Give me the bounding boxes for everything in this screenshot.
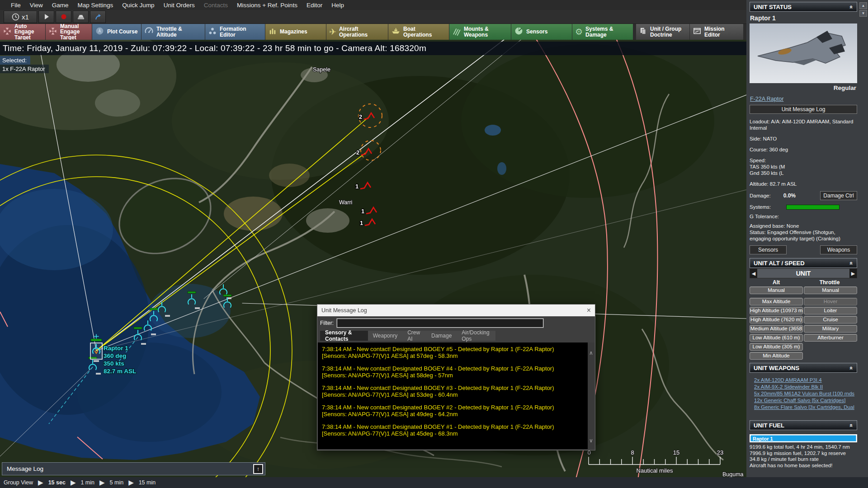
high-altitude-7620-button[interactable]: High Altitude (7620 m): [750, 316, 803, 324]
medium-altitude-button[interactable]: Medium Altitude (3658: [750, 325, 803, 333]
tab-crew-ai[interactable]: Crew AI: [402, 331, 426, 341]
formation-editor-button[interactable]: FormationEditor: [205, 24, 265, 40]
weapon-link-sidewinder[interactable]: 2x AIM-9X-2 Sidewinder Blk II: [754, 384, 857, 390]
menu-help[interactable]: Help: [327, 2, 349, 9]
menu-contacts: Contacts: [199, 2, 232, 9]
throttle-hover-button: Hover: [804, 298, 857, 305]
map-viewport[interactable]: 2 2 1 1 1: [0, 40, 746, 477]
mounts-weapons-button[interactable]: Mounts &Weapons: [449, 24, 511, 40]
menu-file[interactable]: File: [6, 2, 25, 9]
unit-group-doctrine-button[interactable]: Unit / GroupDoctrine: [636, 24, 689, 40]
min-altitude-button[interactable]: Min Altitude: [750, 352, 803, 360]
weapon-link-amraam[interactable]: 2x AIM-120D AMRAAM P3I.4: [754, 377, 857, 384]
throttle-loiter-button[interactable]: Loiter: [804, 307, 857, 314]
sensors-button-toolbar[interactable]: Sensors: [511, 24, 572, 40]
svg-text:1: 1: [355, 183, 359, 190]
tab-weaponry[interactable]: Weaponry: [368, 331, 402, 341]
collapse-chevron-icon[interactable]: «: [848, 423, 855, 427]
message-log-label: Message Log: [7, 465, 43, 472]
nav-left-icon[interactable]: ◀: [750, 269, 757, 278]
svg-text:360 deg: 360 deg: [104, 352, 126, 359]
menu-view[interactable]: View: [25, 2, 47, 9]
log-message: 7:38:14 AM - New contact! Designated BOG…: [322, 346, 584, 359]
nav-right-icon[interactable]: ▶: [849, 269, 857, 278]
damage-ctrl-button[interactable]: Damage Ctrl: [820, 191, 857, 200]
plot-course-icon: [95, 26, 104, 38]
tab-sensory-contacts[interactable]: Sensory & Contacts: [320, 331, 368, 341]
unit-status-header[interactable]: UNIT STATUS «: [750, 2, 857, 12]
weapon-links: 2x AIM-120D AMRAAM P3I.4 2x AIM-9X-2 Sid…: [750, 377, 857, 411]
time-speed-label: x1: [22, 13, 29, 21]
unit-fuel-header[interactable]: UNIT FUEL «: [750, 420, 857, 430]
throttle-cruise-button[interactable]: Cruise: [804, 316, 857, 324]
speed-text: Speed: TAS 350 kts (M Gnd 350 kts (L: [750, 157, 857, 176]
low-altitude-610-button[interactable]: Low Altitude (610 m): [750, 334, 803, 342]
low-altitude-305-button[interactable]: Low Altitude (305 m): [750, 343, 803, 351]
throttle-military-button[interactable]: Military: [804, 325, 857, 333]
loadout-text: Loadout: A/A: AIM-120D AMRAAM, Standard …: [750, 118, 857, 131]
sidebar-scroll-down-icon[interactable]: ▼: [859, 10, 867, 17]
alt-manual-button[interactable]: Manual: [750, 286, 803, 294]
speed-5-min[interactable]: 5 min: [110, 479, 124, 486]
throttle-afterburner-button[interactable]: Afterburner: [804, 334, 857, 342]
menu-editor[interactable]: Editor: [302, 2, 327, 9]
menu-missions-ref-points[interactable]: Missions + Ref. Points: [232, 2, 302, 9]
weapons-button[interactable]: Weapons: [820, 245, 857, 254]
jump-to-location-button[interactable]: [90, 11, 106, 23]
unit-type-link[interactable]: F-22A Raptor: [750, 96, 783, 102]
expand-message-log-button[interactable]: ↑: [253, 464, 263, 474]
unit-alt-speed-header[interactable]: UNIT ALT / SPEED «: [750, 258, 857, 268]
unit-weapons-header[interactable]: UNIT WEAPONS «: [750, 363, 857, 373]
throttle-manual-button[interactable]: Manual: [804, 286, 857, 294]
close-icon[interactable]: ×: [587, 307, 591, 314]
record-button[interactable]: [56, 11, 71, 23]
group-view-label[interactable]: Group View: [4, 479, 33, 486]
fuel-unit-selected-row[interactable]: Raptor 1: [750, 435, 856, 441]
message-list[interactable]: 7:38:14 AM - New contact! Designated BOG…: [318, 343, 588, 449]
menu-quick-jump[interactable]: Quick Jump: [118, 2, 159, 9]
plot-course-button[interactable]: Plot Course: [92, 24, 141, 40]
scroll-down-icon[interactable]: ∨: [588, 437, 594, 444]
speed-1-min[interactable]: 1 min: [80, 479, 94, 486]
play-button[interactable]: [38, 11, 54, 23]
collapse-chevron-icon[interactable]: «: [848, 261, 855, 264]
menu-map-settings[interactable]: Map Settings: [73, 2, 118, 9]
weapon-link-chaff[interactable]: 12x Generic Chaff Salvo [5x Cartridges]: [754, 397, 857, 404]
selected-unit-label: 1x F-22A Raptor: [0, 65, 49, 73]
menu-bar: File View Game Map Settings Quick Jump U…: [0, 0, 746, 10]
systems-damage-button[interactable]: ⚙ Systems &Damage: [572, 24, 633, 40]
aircraft-operations-button[interactable]: ✈ AircraftOperations: [326, 24, 388, 40]
dialog-title-bar[interactable]: Unit Message Log ×: [317, 305, 595, 316]
manual-engage-target-button[interactable]: ManualEngage Target: [46, 24, 92, 40]
speed-15-sec[interactable]: 15 sec: [48, 479, 66, 486]
docked-message-log-bar[interactable]: Message Log ↑: [2, 462, 265, 475]
collapse-chevron-icon[interactable]: «: [848, 5, 855, 8]
menu-unit-orders[interactable]: Unit Orders: [159, 2, 199, 9]
throttle-altitude-button[interactable]: Throttle &Altitude: [142, 24, 205, 40]
tab-damage[interactable]: Damage: [426, 331, 457, 341]
scroll-up-icon[interactable]: ∧: [588, 350, 594, 356]
missiles-icon: [452, 27, 461, 38]
weapon-link-flare[interactable]: 8x Generic Flare Salvo [3x Cartridges, D…: [754, 404, 857, 411]
alt-throttle-grid: Manual Manual Max Altitude Hover High Al…: [750, 286, 857, 360]
message-scrollbar[interactable]: ∧ ∨: [588, 343, 594, 449]
weapon-link-vulcan[interactable]: 5x 20mm/85 M61A2 Vulcan Burst [100 rnds: [754, 390, 857, 397]
auto-engage-target-button[interactable]: Auto EngageTarget: [0, 24, 45, 40]
time-compression-button[interactable]: x1: [4, 11, 37, 23]
unit-message-log-button[interactable]: Unit Message Log: [750, 105, 857, 114]
collapse-chevron-icon[interactable]: «: [848, 366, 855, 369]
menu-game[interactable]: Game: [47, 2, 73, 9]
mission-editor-button[interactable]: MissionEditor: [690, 24, 743, 40]
manual-engage-icon: [48, 27, 57, 38]
high-altitude-10973-button[interactable]: High Altitude (10973 m: [750, 307, 803, 314]
sidebar-scroll-up-icon[interactable]: ▲: [859, 2, 867, 9]
magazines-button[interactable]: Magazines: [265, 24, 326, 40]
filter-input[interactable]: [337, 319, 543, 328]
screenshot-button[interactable]: [73, 11, 89, 23]
speed-15-min[interactable]: 15 min: [139, 479, 156, 486]
tab-air-docking-ops[interactable]: Air/Docking Ops: [457, 331, 495, 341]
label-sapele: Sapele: [313, 66, 330, 73]
boat-operations-button[interactable]: BoatOperations: [388, 24, 449, 40]
sensors-button[interactable]: Sensors: [750, 245, 787, 254]
max-altitude-button[interactable]: Max Altitude: [750, 298, 803, 305]
